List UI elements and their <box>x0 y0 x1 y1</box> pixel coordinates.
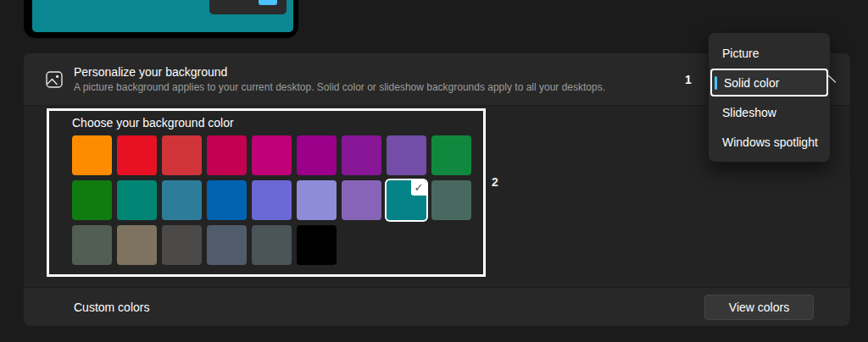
color-swatch-grid: ✓ <box>72 135 471 265</box>
color-swatch[interactable] <box>297 225 337 265</box>
color-swatch[interactable] <box>297 135 337 175</box>
view-colors-button[interactable]: View colors <box>704 295 814 320</box>
desktop-preview-monitor <box>24 0 298 38</box>
selection-accent-bar <box>715 76 717 90</box>
dropdown-item-picture[interactable]: Picture <box>709 38 830 68</box>
dropdown-item-label: Solid color <box>724 76 779 90</box>
color-swatch[interactable] <box>252 180 292 220</box>
custom-colors-label: Custom colors <box>74 301 149 314</box>
desktop-preview-wallpaper <box>32 0 293 32</box>
dropdown-item-label: Windows spotlight <box>722 135 818 149</box>
color-swatch[interactable] <box>162 180 202 220</box>
color-swatch[interactable] <box>207 225 247 265</box>
color-swatch[interactable] <box>342 180 381 220</box>
settings-background-page: Personalize your background A picture ba… <box>0 0 868 342</box>
color-swatch[interactable] <box>252 135 292 175</box>
color-swatch[interactable] <box>72 225 112 265</box>
chevron-down-icon[interactable] <box>826 73 837 88</box>
annotation-step-1: 1 <box>685 53 692 105</box>
color-swatch[interactable] <box>117 180 157 220</box>
preview-accent-block <box>259 0 277 5</box>
background-type-dropdown: PictureSolid colorSlideshowWindows spotl… <box>708 32 831 163</box>
color-swatch[interactable] <box>431 180 471 220</box>
dropdown-item-slideshow[interactable]: Slideshow <box>709 97 830 127</box>
color-swatch[interactable] <box>207 180 247 220</box>
dropdown-item-label: Picture <box>722 47 760 60</box>
annotation-step-2: 2 <box>492 175 498 189</box>
color-swatch[interactable] <box>72 180 112 220</box>
color-swatch[interactable] <box>207 135 247 175</box>
section-description: A picture background applies to your cur… <box>74 81 605 93</box>
color-swatch-selected[interactable]: ✓ <box>387 180 426 220</box>
dropdown-item-label: Slideshow <box>722 106 776 119</box>
color-swatch[interactable] <box>252 225 292 265</box>
dropdown-item-solid-color[interactable]: Solid color <box>710 69 828 97</box>
color-swatch[interactable] <box>162 225 202 265</box>
check-icon: ✓ <box>411 180 426 196</box>
color-swatch[interactable] <box>72 135 112 175</box>
section-title: Personalize your background <box>74 65 605 79</box>
color-swatch[interactable] <box>117 135 157 175</box>
color-swatch[interactable] <box>297 180 337 220</box>
dropdown-item-windows-spotlight[interactable]: Windows spotlight <box>709 127 830 157</box>
color-swatch[interactable] <box>431 135 471 175</box>
preview-window <box>209 0 287 14</box>
color-swatch[interactable] <box>117 225 157 265</box>
color-swatch[interactable] <box>162 135 202 175</box>
custom-colors-row: Custom colors View colors <box>24 287 850 326</box>
color-swatch[interactable] <box>387 135 426 175</box>
color-picker-label: Choose your background color <box>72 116 234 130</box>
color-swatch[interactable] <box>342 135 381 175</box>
picture-icon <box>46 71 63 88</box>
